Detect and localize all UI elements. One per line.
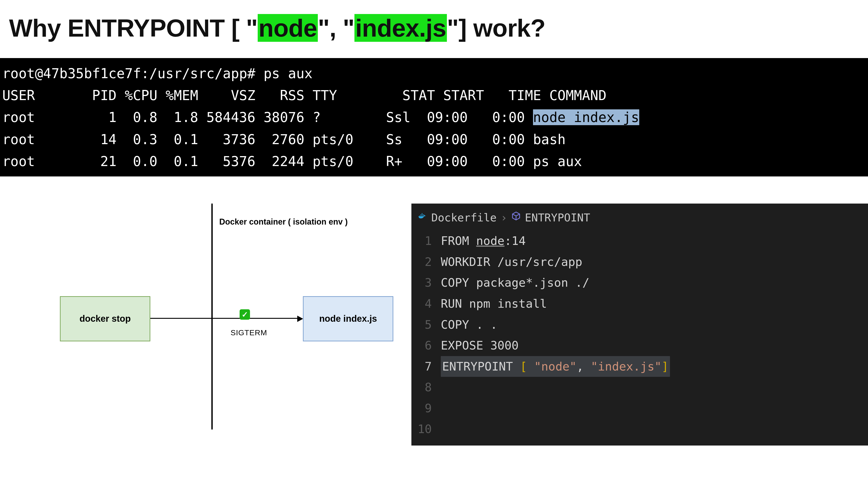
code-line: 5COPY . .	[411, 314, 868, 335]
slide-title: Why ENTRYPOINT [ "node", "index.js"] wor…	[9, 13, 868, 42]
container-label: Docker container ( isolation env )	[219, 217, 348, 227]
editor-body: 1FROM node:142WORKDIR /usr/src/app3COPY …	[411, 230, 868, 440]
code-text: WORKDIR /usr/src/app	[441, 252, 582, 272]
breadcrumb-file: Dockerfile	[431, 208, 497, 227]
line-number: 3	[411, 272, 441, 293]
code-text	[441, 398, 448, 419]
title-post: "] work?	[447, 14, 545, 42]
code-text: EXPOSE 3000	[441, 335, 519, 356]
sigterm-label: SIGTERM	[230, 328, 267, 337]
check-glyph: ✓	[242, 310, 248, 319]
code-line: 1FROM node:14	[411, 230, 868, 252]
line-number: 2	[411, 252, 441, 272]
code-line: 7ENTRYPOINT [ "node", "index.js"]	[411, 356, 868, 377]
line-number: 6	[411, 335, 441, 356]
line-number: 7	[411, 356, 441, 377]
code-text	[441, 377, 448, 398]
code-text: RUN npm install	[441, 293, 547, 314]
line-number: 10	[411, 419, 441, 440]
code-line: 9	[411, 398, 868, 419]
arrow-line	[150, 318, 297, 319]
container-boundary-line	[211, 203, 213, 429]
docker-stop-label: docker stop	[80, 314, 131, 324]
docker-icon	[418, 209, 427, 226]
code-line: 10	[411, 419, 868, 440]
arrow-head-icon	[297, 316, 303, 322]
code-text: FROM node:14	[441, 230, 526, 252]
line-number: 1	[411, 230, 441, 252]
line-number: 4	[411, 293, 441, 314]
line-number: 5	[411, 314, 441, 335]
line-number: 9	[411, 398, 441, 419]
checkmark-icon: ✓	[240, 309, 250, 320]
editor-breadcrumb: Dockerfile › ENTRYPOINT	[411, 208, 868, 230]
signal-diagram: Docker container ( isolation env ) docke…	[13, 203, 411, 429]
title-highlight-node: node	[258, 14, 318, 42]
code-line: 6EXPOSE 3000	[411, 335, 868, 356]
code-line: 4RUN npm install	[411, 293, 868, 314]
code-text	[441, 419, 448, 440]
breadcrumb-section: ENTRYPOINT	[525, 208, 590, 227]
slide: Why ENTRYPOINT [ "node", "index.js"] wor…	[0, 0, 868, 488]
code-text: ENTRYPOINT [ "node", "index.js"]	[441, 356, 670, 377]
lower-row: Docker container ( isolation env ) docke…	[0, 203, 868, 446]
code-line: 3COPY package*.json ./	[411, 272, 868, 293]
code-line: 8	[411, 377, 868, 398]
docker-stop-box: docker stop	[60, 296, 150, 341]
chevron-right-icon: ›	[501, 208, 507, 227]
node-process-label: node index.js	[319, 314, 377, 324]
cube-icon	[511, 209, 521, 226]
title-pre: Why ENTRYPOINT [ "	[9, 14, 258, 42]
code-text: COPY . .	[441, 314, 497, 335]
terminal-output: root@47b35bf1ce7f:/usr/src/app# ps aux U…	[0, 58, 868, 176]
title-mid: ", "	[318, 14, 354, 42]
code-text: COPY package*.json ./	[441, 272, 589, 293]
line-number: 8	[411, 377, 441, 398]
code-line: 2WORKDIR /usr/src/app	[411, 252, 868, 272]
node-process-box: node index.js	[303, 296, 393, 341]
code-editor: Dockerfile › ENTRYPOINT 1FROM node:142WO…	[411, 203, 868, 446]
title-highlight-indexjs: index.js	[354, 14, 447, 42]
